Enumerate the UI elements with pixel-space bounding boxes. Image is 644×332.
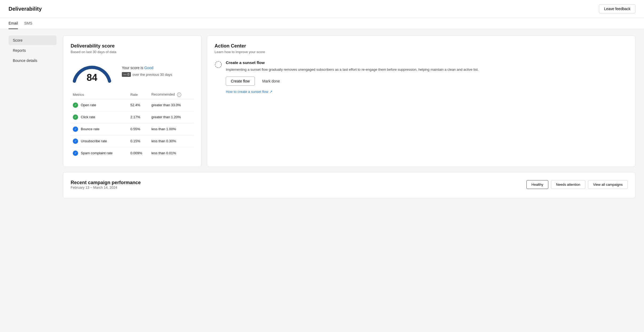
status-icon: ✓ bbox=[73, 151, 78, 156]
metric-name-cell: ✓ Click rate bbox=[71, 111, 128, 123]
campaign-header: Recent campaign performance February 13 … bbox=[71, 180, 628, 189]
needs-attention-button[interactable]: Needs attention bbox=[551, 180, 585, 189]
svg-point-0 bbox=[215, 61, 222, 68]
tab-email[interactable]: Email bbox=[9, 18, 18, 29]
recommended-info-icon[interactable]: i bbox=[177, 93, 181, 97]
campaign-subtitle: February 13 – March 14, 2024 bbox=[71, 185, 141, 189]
main-layout: Score Reports Bounce details Deliverabil… bbox=[0, 29, 644, 205]
action-center-title: Action Center bbox=[215, 43, 628, 49]
metric-name-cell: ✓ Open rate bbox=[71, 99, 128, 111]
tab-sms[interactable]: SMS bbox=[24, 18, 32, 29]
action-center-card: Action Center Learn how to improve your … bbox=[207, 35, 635, 167]
sidebar: Score Reports Bounce details bbox=[9, 35, 57, 198]
metric-name-cell: ✓ Unsubscribe rate bbox=[71, 135, 128, 147]
table-row: ✓ Click rate 2.17% greater than 1.20% bbox=[71, 111, 194, 123]
action-item-desc: Implementing a sunset flow gradually rem… bbox=[226, 67, 479, 72]
metric-name: Open rate bbox=[81, 103, 96, 107]
action-item-sunset: Create a sunset flow Implementing a suns… bbox=[215, 60, 628, 94]
col-metrics: Metrics bbox=[71, 91, 128, 99]
score-label: Your score is Good bbox=[122, 66, 172, 70]
sunset-flow-icon bbox=[215, 61, 222, 68]
content-area: Deliverability score Based on last 30 da… bbox=[63, 35, 635, 198]
view-all-campaigns-button[interactable]: View all campaigns bbox=[588, 180, 628, 189]
table-row: ✓ Unsubscribe rate 0.15% less than 0.30% bbox=[71, 135, 194, 147]
score-card-subtitle: Based on last 30 days of data bbox=[71, 50, 194, 54]
score-quality: Good bbox=[144, 66, 153, 70]
metric-recommended: less than 0.30% bbox=[149, 135, 194, 147]
action-content: Create a sunset flow Implementing a suns… bbox=[226, 60, 479, 94]
gauge-section: 84 Your score is Good — 0 over the previ… bbox=[71, 59, 194, 83]
score-dash: — 0 bbox=[122, 72, 131, 77]
col-rate: Rate bbox=[128, 91, 149, 99]
app-header: Deliverability Leave feedback bbox=[0, 0, 644, 18]
campaign-actions: Healthy Needs attention View all campaig… bbox=[526, 180, 628, 189]
table-row: ✓ Open rate 52.4% greater than 33.0% bbox=[71, 99, 194, 111]
sidebar-item-bounce-details[interactable]: Bounce details bbox=[9, 56, 57, 65]
score-card: Deliverability score Based on last 30 da… bbox=[63, 35, 202, 167]
metric-recommended: greater than 33.0% bbox=[149, 99, 194, 111]
metric-rate: 2.17% bbox=[128, 111, 149, 123]
table-row: ✓ Bounce rate 0.55% less than 1.00% bbox=[71, 123, 194, 135]
create-flow-button[interactable]: Create flow bbox=[226, 77, 255, 86]
metric-name: Click rate bbox=[81, 115, 95, 119]
status-icon: ✓ bbox=[73, 139, 78, 144]
metric-recommended: less than 1.00% bbox=[149, 123, 194, 135]
sidebar-item-reports[interactable]: Reports bbox=[9, 46, 57, 55]
status-icon: ✓ bbox=[73, 127, 78, 132]
top-row: Deliverability score Based on last 30 da… bbox=[63, 35, 635, 167]
external-link-icon: ↗ bbox=[269, 90, 272, 94]
action-item-title: Create a sunset flow bbox=[226, 60, 479, 65]
metric-name-cell: ✓ Spam complaint rate bbox=[71, 147, 128, 159]
gauge-score: 84 bbox=[87, 72, 97, 83]
score-info: Your score is Good — 0 over the previous… bbox=[122, 66, 172, 77]
action-center-subtitle: Learn how to improve your score bbox=[215, 50, 628, 54]
metric-name-cell: ✓ Bounce rate bbox=[71, 123, 128, 135]
gauge-container: 84 bbox=[71, 59, 113, 83]
col-recommended: Recommended i bbox=[149, 91, 194, 99]
tab-bar: Email SMS bbox=[0, 18, 644, 29]
metrics-table: Metrics Rate Recommended i ✓ Open rate bbox=[71, 91, 194, 159]
metric-rate: 0.15% bbox=[128, 135, 149, 147]
status-icon: ✓ bbox=[73, 102, 78, 108]
page-title: Deliverability bbox=[9, 6, 42, 12]
campaign-performance-card: Recent campaign performance February 13 … bbox=[63, 172, 635, 198]
metric-rate: 52.4% bbox=[128, 99, 149, 111]
metric-name: Spam complaint rate bbox=[81, 151, 112, 155]
metric-recommended: greater than 1.20% bbox=[149, 111, 194, 123]
action-buttons: Create flow Mark done bbox=[226, 77, 479, 86]
table-row: ✓ Spam complaint rate 0.009% less than 0… bbox=[71, 147, 194, 159]
score-change: — 0 over the previous 30 days bbox=[122, 72, 172, 77]
metric-rate: 0.55% bbox=[128, 123, 149, 135]
how-to-link[interactable]: How to create a sunset flow ↗ bbox=[226, 90, 272, 94]
sidebar-item-score[interactable]: Score bbox=[9, 35, 57, 45]
metric-recommended: less than 0.01% bbox=[149, 147, 194, 159]
campaign-title: Recent campaign performance bbox=[71, 180, 141, 185]
status-icon: ✓ bbox=[73, 114, 78, 120]
leave-feedback-button[interactable]: Leave feedback bbox=[599, 4, 635, 13]
metric-name: Unsubscribe rate bbox=[81, 139, 107, 143]
campaign-title-area: Recent campaign performance February 13 … bbox=[71, 180, 141, 189]
mark-done-button[interactable]: Mark done bbox=[257, 77, 285, 86]
metric-rate: 0.009% bbox=[128, 147, 149, 159]
metric-name: Bounce rate bbox=[81, 127, 99, 131]
score-card-title: Deliverability score bbox=[71, 43, 194, 49]
healthy-button[interactable]: Healthy bbox=[526, 180, 548, 189]
